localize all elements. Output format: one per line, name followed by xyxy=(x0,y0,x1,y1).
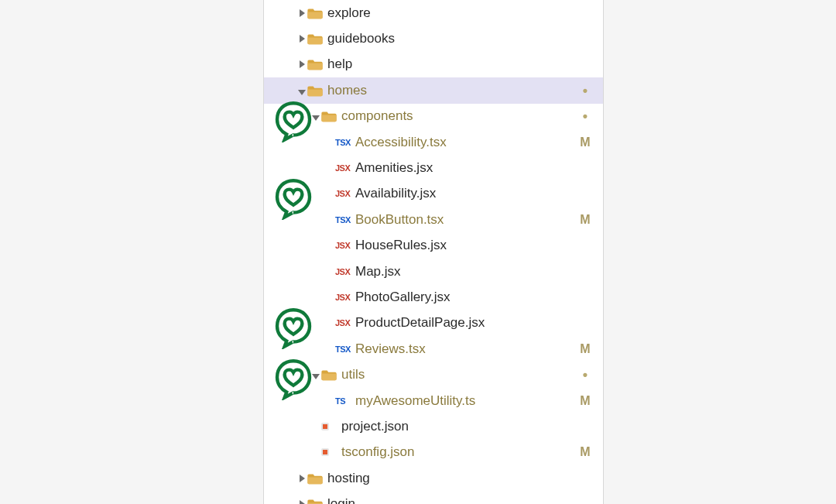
file-tree: exploreguidebookshelphomes•components•TS… xyxy=(264,0,603,504)
tree-row[interactable]: login xyxy=(264,491,603,504)
vcs-dirty-dot-icon: • xyxy=(578,368,592,382)
tree-item-label: components xyxy=(341,108,578,124)
chevron-right-icon xyxy=(296,496,307,504)
vcs-status-badge: M xyxy=(578,394,592,408)
chevron-right-icon xyxy=(296,471,307,486)
tree-row[interactable]: hosting xyxy=(264,465,603,491)
chevron-right-icon xyxy=(296,5,307,21)
tree-row[interactable]: JSXPhotoGallery.jsx xyxy=(264,284,603,310)
ts-file-icon: TS xyxy=(335,396,355,406)
jsx-file-icon: JSX xyxy=(335,293,355,302)
tree-item-label: Amenities.jsx xyxy=(355,160,578,176)
tsx-file-icon: TSX xyxy=(335,345,355,354)
tree-item-label: guidebooks xyxy=(327,31,578,46)
tree-item-label: ProductDetailPage.jsx xyxy=(355,315,578,331)
jsx-file-icon: JSX xyxy=(335,163,355,173)
json-file-icon xyxy=(321,423,341,430)
folder-icon xyxy=(307,472,327,485)
tree-row[interactable]: TSXReviews.tsxM xyxy=(264,336,603,362)
tree-row[interactable]: help xyxy=(264,52,603,77)
folder-icon xyxy=(307,7,327,19)
vcs-dirty-dot-icon: • xyxy=(578,109,592,123)
tree-item-label: HouseRules.jsx xyxy=(355,238,578,253)
tree-row[interactable]: JSXProductDetailPage.jsx xyxy=(264,310,603,336)
tree-item-label: myAwesomeUtility.ts xyxy=(355,393,578,409)
folder-icon xyxy=(321,369,341,381)
chevron-down-icon xyxy=(310,108,321,124)
chevron-down-icon xyxy=(296,83,307,98)
tree-row[interactable]: TSXBookButton.tsxM xyxy=(264,207,603,232)
tree-item-label: BookButton.tsx xyxy=(355,212,578,228)
tree-item-label: project.json xyxy=(341,419,578,434)
tree-item-label: utils xyxy=(341,367,578,382)
vcs-status-badge: M xyxy=(578,342,592,356)
tree-item-label: Map.jsx xyxy=(355,264,578,279)
tree-item-label: tsconfig.json xyxy=(341,444,578,460)
tree-row[interactable]: JSXAvailability.jsx xyxy=(264,181,603,207)
vcs-status-badge: M xyxy=(578,135,592,149)
chevron-down-icon xyxy=(310,367,321,382)
tree-row[interactable]: components• xyxy=(264,104,603,129)
tree-row[interactable]: guidebooks xyxy=(264,26,603,51)
tree-row[interactable]: explore xyxy=(264,0,603,26)
vcs-status-badge: M xyxy=(578,213,592,227)
folder-icon xyxy=(307,33,327,45)
vcs-dirty-dot-icon: • xyxy=(578,84,592,98)
tree-item-label: Availability.jsx xyxy=(355,186,578,201)
folder-icon xyxy=(321,110,341,122)
folder-icon xyxy=(307,84,327,97)
tree-row[interactable]: tsconfig.jsonM xyxy=(264,440,603,465)
tsx-file-icon: TSX xyxy=(335,215,355,225)
tree-row[interactable]: utils• xyxy=(264,362,603,387)
folder-icon xyxy=(307,58,327,70)
chevron-right-icon xyxy=(296,57,307,72)
tree-item-label: help xyxy=(327,57,578,72)
tree-row[interactable]: JSXHouseRules.jsx xyxy=(264,233,603,259)
tree-item-label: hosting xyxy=(327,471,578,486)
tsx-file-icon: TSX xyxy=(335,138,355,147)
tree-item-label: PhotoGallery.jsx xyxy=(355,290,578,305)
tree-row[interactable]: JSXAmenities.jsx xyxy=(264,155,603,180)
file-explorer-panel: exploreguidebookshelphomes•components•TS… xyxy=(263,0,604,504)
tree-item-label: login xyxy=(327,496,578,504)
tree-item-label: homes xyxy=(327,83,578,98)
tree-row[interactable]: TSmyAwesomeUtility.tsM xyxy=(264,388,603,413)
tree-item-label: explore xyxy=(327,5,578,21)
jsx-file-icon: JSX xyxy=(335,189,355,198)
tree-row[interactable]: JSXMap.jsx xyxy=(264,259,603,284)
tree-row[interactable]: TSXAccessibility.tsxM xyxy=(264,129,603,155)
tree-item-label: Reviews.tsx xyxy=(355,341,578,357)
tree-row[interactable]: homes• xyxy=(264,77,603,103)
json-file-icon xyxy=(321,448,341,456)
jsx-file-icon: JSX xyxy=(335,267,355,276)
folder-icon xyxy=(307,498,327,504)
tree-row[interactable]: project.json xyxy=(264,413,603,439)
chevron-right-icon xyxy=(296,31,307,46)
vcs-status-badge: M xyxy=(578,445,592,459)
jsx-file-icon: JSX xyxy=(335,241,355,250)
tree-item-label: Accessibility.tsx xyxy=(355,135,578,150)
jsx-file-icon: JSX xyxy=(335,318,355,327)
